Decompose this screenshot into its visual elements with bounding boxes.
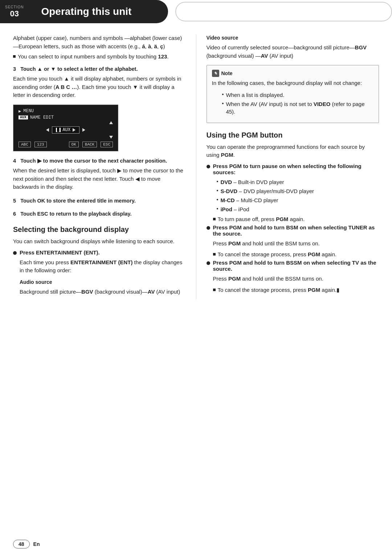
bg-bullet1: Press ENTERTAINMENT (ENT). [13, 249, 186, 256]
pgm-bullet2-note-text: To cancel the storage process, press PGM… [218, 251, 337, 257]
menu-icon: ▶ [19, 109, 21, 114]
pgm-bullet1: Press PGM to turn pause on when selectin… [207, 163, 379, 175]
pgm-bullet1-heading: Press PGM to turn pause on when selectin… [213, 163, 379, 175]
abc-button: ABC [19, 142, 31, 147]
note-list: When a list is displayed. When the AV (A… [222, 91, 374, 115]
pgm-bullet3-body: Press PGM and hold until the BSSM turns … [213, 275, 379, 283]
back-button: BACK [82, 142, 97, 147]
circle-bullet1-icon [207, 165, 210, 168]
pgm-sdvd-text: S-DVD – DVD player/multi-DVD player [220, 187, 314, 195]
pgm-mcd: M-CD – Multi-CD player [217, 196, 379, 204]
aux-input-field: █ AUX [52, 126, 79, 134]
up-arrow-icon [109, 121, 113, 124]
step4-heading: 4 Touch ▶ to move the cursor to the next… [13, 157, 186, 164]
note-label: Note [221, 70, 233, 76]
intro-bullet1-text: You can select to input numbers and symb… [18, 53, 169, 60]
header-right-area [175, 2, 392, 21]
section-box: Section 03 [0, 0, 30, 23]
menu-center-row: █ AUX [19, 126, 113, 134]
pgm-source-list: DVD – Built-in DVD player S-DVD – DVD pl… [217, 178, 379, 213]
page-number: 48 [13, 540, 30, 548]
note-item-2-text: When the AV (AV input) is not set to VID… [226, 100, 373, 115]
pgm-intro: You can operate the preprogrammed functi… [207, 143, 379, 159]
bg-bullet1-body: Each time you press ENTERTAINMENT (ENT) … [20, 258, 186, 275]
pgm-section-title: Using the PGM button [207, 131, 379, 139]
note-item-2: When the AV (AV input) is not set to VID… [222, 100, 374, 115]
circle-bullet2-icon [207, 226, 210, 230]
aux-field-label: AUX [63, 127, 71, 132]
section-number: 03 [10, 9, 19, 19]
down-arrow-icon [109, 136, 113, 139]
main-content: Alphabet (upper case), numbers and symbo… [0, 34, 392, 299]
intro-bullet1: You can select to input numbers and symb… [13, 53, 186, 60]
pgm-ipod-text: iPod – iPod [220, 205, 249, 213]
pgm-bullet2: Press PGM and hold to turn BSM on when s… [207, 224, 379, 237]
note-item-1: When a list is displayed. [222, 91, 374, 99]
pgm-sdvd: S-DVD – DVD player/multi-DVD player [217, 187, 379, 195]
pgm-mcd-text: M-CD – Multi-CD player [220, 196, 278, 204]
video-source-section: Video source Video of currently selected… [207, 34, 379, 60]
audio-source-label: Audio source [20, 278, 186, 286]
page-title: Operating this unit [30, 0, 168, 23]
pgm-dvd-text: DVD – Built-in DVD player [220, 178, 284, 186]
square-bullet-icon [13, 55, 16, 58]
left-column: Alphabet (upper case), numbers and symbo… [13, 34, 196, 299]
123-button: 123 [34, 142, 47, 147]
language-label: En [33, 541, 40, 547]
note-title-row: ✎ Note [212, 70, 374, 77]
note-intro: In the following cases, the background d… [212, 79, 374, 87]
step5-heading: 5 Touch OK to store the entered title in… [13, 197, 186, 204]
name-edit-label: NAME EDIT [30, 115, 54, 120]
bg-display-intro: You can switch background displays while… [13, 237, 186, 246]
bg-display-title: Selecting the background display [13, 225, 186, 234]
menu-row-2: AUX NAME EDIT [19, 115, 113, 120]
pgm-bullet2-note: To cancel the storage process, press PGM… [213, 251, 379, 257]
square-bullet3-icon [213, 253, 216, 256]
page-footer: 48 En [13, 540, 40, 548]
page-header: Section 03 Operating this unit [0, 0, 392, 23]
square-bullet4-icon [213, 289, 216, 291]
right-column: Video source Video of currently selected… [196, 34, 379, 299]
pgm-bullet1-note-text: To turn pause off, press PGM again. [218, 216, 305, 222]
menu-row-1: ▶ MENU [19, 109, 113, 114]
pgm-bullet3-note-text: To cancel the storage process, press PGM… [218, 287, 340, 293]
bg-bullet1-text: Press ENTERTAINMENT (ENT). [20, 249, 100, 256]
note-item-1-text: When a list is displayed. [226, 91, 284, 99]
step6-heading: 6 Touch ESC to return to the playback di… [13, 210, 186, 217]
audio-source-body: Background still picture—BGV (background… [20, 288, 186, 296]
pgm-bullet2-body: Press PGM and hold until the BSM turns o… [213, 240, 379, 248]
pgm-bullet3: Press PGM and hold to turn BSSM on when … [207, 260, 379, 272]
step4-body: When the desired letter is displayed, to… [13, 167, 186, 191]
menu-screenshot: ▶ MENU AUX NAME EDIT █ AUX [13, 105, 118, 151]
step3-heading: 3 Touch ▲ or ▼ to select a letter of the… [13, 65, 186, 73]
cursor-box: █ [56, 128, 61, 132]
circle-bullet-icon [13, 251, 17, 255]
pgm-ipod: iPod – iPod [217, 205, 379, 213]
pgm-bullet1-note: To turn pause off, press PGM again. [213, 216, 379, 222]
video-source-title: Video source [207, 34, 379, 42]
aux-badge: AUX [19, 115, 28, 119]
esc-button: ESC [101, 142, 113, 147]
intro-para1: Alphabet (upper case), numbers and symbo… [13, 34, 186, 50]
video-source-body: Video of currently selected source—backg… [207, 44, 379, 60]
right-arrow-icon [73, 128, 75, 132]
square-bullet2-icon [213, 218, 216, 220]
pgm-bullet3-heading: Press PGM and hold to turn BSSM on when … [213, 260, 379, 272]
menu-bottom-row: ABC 123 OK BACK ESC [19, 142, 113, 147]
note-icon: ✎ [212, 70, 219, 77]
left-arrow-icon [46, 128, 49, 132]
step3-body: Each time you touch ▲ it will display al… [13, 75, 186, 99]
note-box: ✎ Note In the following cases, the backg… [207, 65, 379, 123]
right-arrow-icon2 [82, 128, 85, 132]
pgm-dvd: DVD – Built-in DVD player [217, 178, 379, 186]
section-label: Section [5, 5, 24, 9]
circle-bullet3-icon [207, 261, 210, 265]
ok-button: OK [69, 142, 79, 147]
menu-label: MENU [23, 109, 34, 114]
pgm-bullet2-heading: Press PGM and hold to turn BSM on when s… [213, 224, 379, 237]
pgm-bullet3-note: To cancel the storage process, press PGM… [213, 287, 379, 293]
